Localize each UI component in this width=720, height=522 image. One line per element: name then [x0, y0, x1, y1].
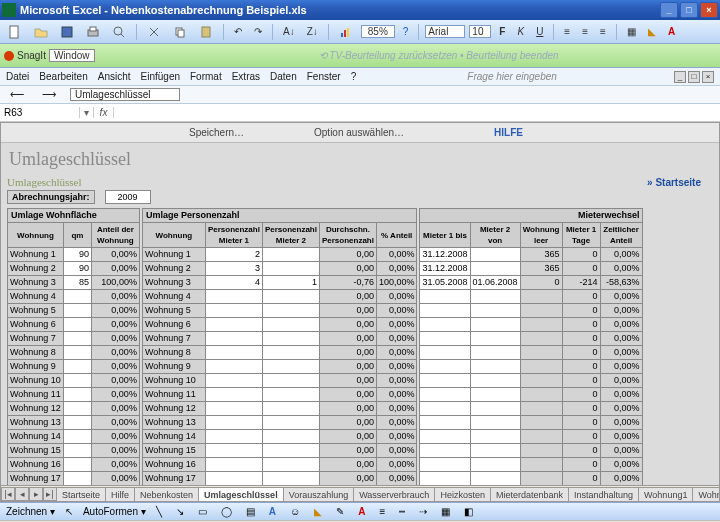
- workbook-restore-button[interactable]: □: [688, 71, 700, 83]
- cell-pz1[interactable]: [205, 430, 262, 444]
- cell-wohnung[interactable]: Wohnung 4: [8, 290, 64, 304]
- ask-a-question-box[interactable]: Frage hier eingeben: [467, 71, 563, 82]
- tab-nav-next[interactable]: ▸: [29, 487, 43, 501]
- cell-pz2[interactable]: [262, 346, 319, 360]
- sheet-tab[interactable]: Startseite: [56, 487, 106, 501]
- tab-nav-prev[interactable]: ◂: [15, 487, 29, 501]
- open-button[interactable]: [30, 23, 52, 41]
- cell-m2-von[interactable]: [470, 290, 520, 304]
- cell-m2-von[interactable]: [470, 374, 520, 388]
- cell-wohnung[interactable]: Wohnung 13: [142, 416, 205, 430]
- menu-einfuegen[interactable]: Einfügen: [141, 71, 180, 82]
- cell-wohnung[interactable]: Wohnung 2: [142, 262, 205, 276]
- cell-pz2[interactable]: [262, 318, 319, 332]
- cell-wohnung[interactable]: Wohnung 14: [8, 430, 64, 444]
- tab-nav-first[interactable]: |◂: [1, 487, 15, 501]
- chart-button[interactable]: [335, 23, 357, 41]
- snagit-capture-combo[interactable]: Window: [49, 49, 95, 62]
- cell-qm[interactable]: [63, 332, 91, 346]
- action-help[interactable]: HILFE: [494, 127, 523, 138]
- cell-pz2[interactable]: [262, 248, 319, 262]
- cell-m1-bis[interactable]: [420, 332, 470, 346]
- sheet-tab[interactable]: Instandhaltung: [568, 487, 639, 501]
- cell-pz2[interactable]: [262, 290, 319, 304]
- cell-qm[interactable]: 90: [63, 262, 91, 276]
- cell-m1-bis[interactable]: [420, 458, 470, 472]
- cell-pz1[interactable]: [205, 472, 262, 486]
- fill-color-button[interactable]: ◣: [644, 24, 660, 39]
- cell-pz1[interactable]: [205, 304, 262, 318]
- cell-wohnung[interactable]: Wohnung 14: [142, 430, 205, 444]
- arrow-button[interactable]: ↘: [172, 504, 188, 519]
- nav-forward-button[interactable]: ⟶: [38, 87, 60, 102]
- font-name-combo[interactable]: Arial: [425, 25, 465, 38]
- cell-wohnung[interactable]: Wohnung 8: [142, 346, 205, 360]
- workbook-close-button[interactable]: ×: [702, 71, 714, 83]
- sort-asc-button[interactable]: A↓: [279, 24, 299, 39]
- dash-style-button[interactable]: ┅: [395, 504, 409, 519]
- cell-pz2[interactable]: [262, 304, 319, 318]
- font-color-button[interactable]: A: [664, 24, 679, 39]
- cell-pz1[interactable]: [205, 346, 262, 360]
- cell-pz1[interactable]: [205, 458, 262, 472]
- cell-qm[interactable]: [63, 346, 91, 360]
- cell-wohnung[interactable]: Wohnung 10: [8, 374, 64, 388]
- cut-button[interactable]: [143, 23, 165, 41]
- wordart-button[interactable]: A: [265, 504, 280, 519]
- minimize-button[interactable]: _: [660, 2, 678, 18]
- menu-daten[interactable]: Daten: [270, 71, 297, 82]
- cell-pz2[interactable]: [262, 402, 319, 416]
- align-center-button[interactable]: ≡: [578, 24, 592, 39]
- help-button[interactable]: ?: [399, 24, 413, 39]
- line-color-button[interactable]: ✎: [332, 504, 348, 519]
- cell-wohnung[interactable]: Wohnung 7: [142, 332, 205, 346]
- sheet-select-combo[interactable]: Umlageschlüssel: [70, 88, 180, 101]
- cell-pz1[interactable]: [205, 402, 262, 416]
- align-right-button[interactable]: ≡: [596, 24, 610, 39]
- cell-m2-von[interactable]: [470, 430, 520, 444]
- cell-pz2[interactable]: [262, 458, 319, 472]
- cell-m1-bis[interactable]: [420, 388, 470, 402]
- cell-pz1[interactable]: [205, 318, 262, 332]
- cell-pz2[interactable]: [262, 388, 319, 402]
- cell-wohnung[interactable]: Wohnung 12: [8, 402, 64, 416]
- cell-qm[interactable]: [63, 458, 91, 472]
- cell-qm[interactable]: [63, 430, 91, 444]
- cell-m1-bis[interactable]: [420, 374, 470, 388]
- cell-wohnung[interactable]: Wohnung 17: [142, 472, 205, 486]
- cell-m1-bis[interactable]: [420, 472, 470, 486]
- menu-bearbeiten[interactable]: Bearbeiten: [39, 71, 87, 82]
- cell-m1-bis[interactable]: [420, 444, 470, 458]
- cell-qm[interactable]: [63, 388, 91, 402]
- paste-button[interactable]: [195, 23, 217, 41]
- 3d-button[interactable]: ◧: [460, 504, 477, 519]
- cell-qm[interactable]: 90: [63, 248, 91, 262]
- redo-button[interactable]: ↷: [250, 24, 266, 39]
- menu-ansicht[interactable]: Ansicht: [98, 71, 131, 82]
- menu-extras[interactable]: Extras: [232, 71, 260, 82]
- cell-m2-von[interactable]: [470, 444, 520, 458]
- undo-button[interactable]: ↶: [230, 24, 246, 39]
- menu-fenster[interactable]: Fenster: [307, 71, 341, 82]
- menu-help[interactable]: ?: [351, 71, 357, 82]
- font-color-draw-button[interactable]: A: [354, 504, 369, 519]
- sheet-tab[interactable]: Nebenkosten: [134, 487, 199, 501]
- nav-back-button[interactable]: ⟵: [6, 87, 28, 102]
- select-objects-button[interactable]: ↖: [61, 504, 77, 519]
- cell-wohnung[interactable]: Wohnung 2: [8, 262, 64, 276]
- cell-m2-von[interactable]: [470, 416, 520, 430]
- cell-qm[interactable]: [63, 402, 91, 416]
- cell-pz1[interactable]: 2: [205, 248, 262, 262]
- cell-wohnung[interactable]: Wohnung 13: [8, 416, 64, 430]
- cell-wohnung[interactable]: Wohnung 1: [8, 248, 64, 262]
- menu-format[interactable]: Format: [190, 71, 222, 82]
- cell-wohnung[interactable]: Wohnung 12: [142, 402, 205, 416]
- cell-pz2[interactable]: [262, 374, 319, 388]
- italic-button[interactable]: K: [513, 24, 528, 39]
- cell-m1-bis[interactable]: [420, 416, 470, 430]
- cell-m1-bis[interactable]: 31.12.2008: [420, 248, 470, 262]
- startseite-link[interactable]: » Startseite: [647, 177, 701, 188]
- cell-m1-bis[interactable]: [420, 360, 470, 374]
- cell-m1-bis[interactable]: [420, 430, 470, 444]
- align-left-button[interactable]: ≡: [560, 24, 574, 39]
